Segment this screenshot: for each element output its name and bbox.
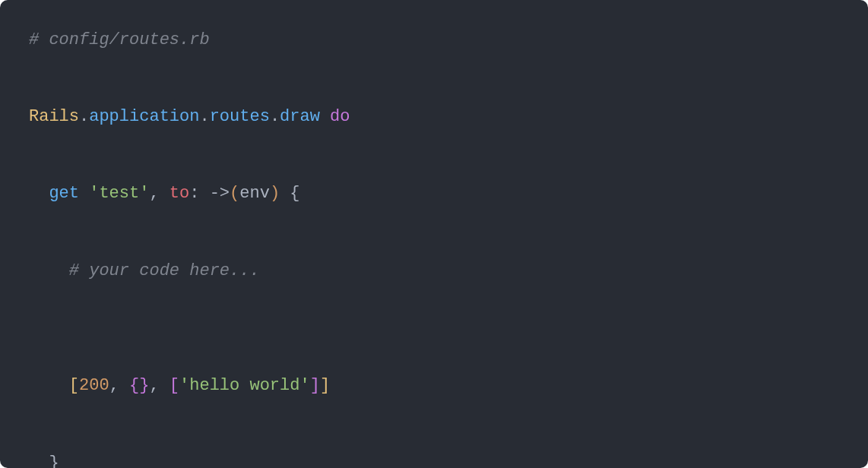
indent (29, 261, 69, 280)
token-comma: , (149, 376, 169, 395)
indent (29, 184, 49, 203)
space (280, 184, 290, 203)
token-string-hello: 'hello world' (179, 376, 310, 395)
token-to: to (169, 184, 189, 203)
space (199, 184, 209, 203)
token-200: 200 (79, 376, 109, 395)
token-application: application (89, 107, 199, 126)
token-string-test: 'test' (89, 184, 149, 203)
token-rbracket: ] (310, 376, 320, 395)
token-env: env (239, 184, 270, 203)
token-lbrace: { (290, 184, 299, 203)
token-lparen: ( (230, 184, 239, 203)
space (79, 184, 89, 203)
token-comma: , (149, 184, 169, 203)
indent (29, 454, 49, 468)
token-rbrace: } (139, 376, 149, 395)
token-dot: . (79, 107, 89, 126)
comment-file: # config/routes.rb (29, 30, 210, 49)
token-colon: : (189, 184, 199, 203)
comment-body: # your code here... (69, 261, 260, 280)
token-comma: , (109, 376, 129, 395)
token-lbracket: [ (69, 376, 79, 395)
token-lbracket: [ (169, 376, 179, 395)
token-get: get (49, 184, 79, 203)
token-rails: Rails (29, 107, 79, 126)
token-routes: routes (210, 107, 270, 126)
token-rbracket: ] (320, 376, 330, 395)
space (320, 107, 330, 126)
token-lbrace: { (129, 376, 139, 395)
code-block: # config/routes.rb Rails.application.rou… (0, 0, 868, 468)
token-dot: . (270, 107, 280, 126)
token-rbrace: } (49, 454, 59, 468)
token-do: do (330, 107, 350, 126)
token-draw: draw (280, 107, 320, 126)
token-dot: . (199, 107, 209, 126)
token-rparen: ) (270, 184, 280, 203)
indent (29, 376, 69, 395)
token-arrow: -> (210, 184, 230, 203)
